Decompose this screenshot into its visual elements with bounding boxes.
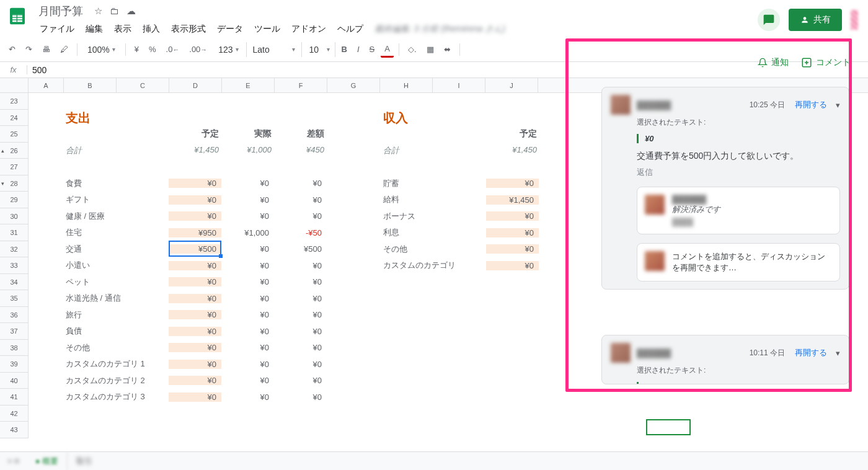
cell[interactable]: ¥0: [169, 179, 221, 188]
cell[interactable]: ¥0: [221, 277, 274, 286]
row-header[interactable]: 38: [0, 340, 28, 357]
row-header[interactable]: 40: [0, 373, 28, 389]
currency-button[interactable]: ¥: [131, 42, 143, 56]
cell[interactable]: ¥0: [169, 360, 221, 369]
cell[interactable]: ¥0: [274, 376, 327, 385]
cell[interactable]: ¥0: [221, 392, 274, 402]
print-icon[interactable]: 🖶: [38, 42, 54, 56]
more-icon[interactable]: ▾: [836, 100, 840, 110]
column-header[interactable]: E: [222, 78, 275, 92]
more-formats-dropdown[interactable]: 123▾: [213, 42, 243, 57]
cloud-status-icon[interactable]: ☁: [126, 6, 136, 17]
redo-icon[interactable]: ↷: [22, 42, 36, 56]
cell[interactable]: ¥0: [169, 277, 221, 286]
account-avatar[interactable]: [851, 10, 858, 30]
cell[interactable]: ¥0: [274, 360, 327, 369]
reopen-link[interactable]: 再開する: [795, 99, 827, 110]
row-header[interactable]: 25: [0, 126, 28, 143]
comment-reply-hint[interactable]: コメントを追加すると、ディスカッションを再開できます…: [637, 243, 840, 282]
cell[interactable]: ¥0: [274, 327, 327, 336]
menu-tools[interactable]: ツール: [249, 21, 285, 37]
cell[interactable]: ¥0: [486, 261, 539, 270]
share-button[interactable]: 共有: [789, 9, 842, 31]
cell[interactable]: ¥0: [274, 179, 327, 188]
cell[interactable]: ¥0: [169, 310, 221, 319]
cell[interactable]: ¥500: [274, 244, 327, 254]
cell[interactable]: ¥0: [221, 343, 274, 352]
cell[interactable]: -¥50: [274, 228, 327, 237]
increase-decimal-icon[interactable]: .00→: [185, 42, 211, 56]
document-title[interactable]: 月間予算: [35, 3, 87, 19]
row-header[interactable]: 30: [0, 208, 28, 225]
last-edit-info[interactable]: 最終編集: 3 分前 (themirena さん): [370, 21, 510, 37]
menu-edit[interactable]: 編集: [81, 21, 108, 37]
reply-link[interactable]: 返信: [637, 167, 840, 178]
cell[interactable]: ¥1,000: [221, 228, 274, 237]
row-header[interactable]: 35: [0, 290, 28, 307]
cell[interactable]: ¥0: [221, 261, 274, 270]
cell[interactable]: ¥0: [274, 343, 327, 352]
row-header[interactable]: 32: [0, 241, 28, 258]
row-header[interactable]: 34: [0, 274, 28, 291]
column-header[interactable]: H: [380, 78, 433, 92]
cell[interactable]: ¥0: [274, 261, 327, 270]
cell[interactable]: ¥0: [169, 392, 221, 402]
cell[interactable]: ¥0: [274, 310, 327, 319]
row-header[interactable]: 41: [0, 389, 28, 406]
row-header[interactable]: 24: [0, 110, 28, 126]
row-header[interactable]: 43: [0, 422, 28, 438]
cell[interactable]: ¥0: [221, 376, 274, 385]
formula-input[interactable]: 500: [27, 65, 868, 75]
column-header[interactable]: B: [64, 78, 117, 92]
cell[interactable]: ¥0: [169, 195, 221, 205]
comment-card[interactable]: ██████ 10:25 今日 再開する ▾ 選択されたテキスト: ¥0 交通費…: [601, 87, 849, 290]
add-comment-button[interactable]: コメント: [801, 57, 851, 68]
cell[interactable]: ¥500: [169, 244, 221, 254]
cell[interactable]: ¥0: [221, 211, 274, 221]
cell[interactable]: ¥0: [221, 327, 274, 336]
comment-card[interactable]: ██████ 10:11 今日 再開する ▾ 選択されたテキスト: ¥0: [601, 335, 849, 384]
column-header[interactable]: D: [169, 78, 222, 92]
sheets-logo-icon[interactable]: [5, 4, 30, 29]
row-header[interactable]: 39: [0, 356, 28, 373]
fill-color-icon[interactable]: ◇.: [404, 42, 420, 56]
cell[interactable]: ¥0: [274, 211, 327, 221]
cell[interactable]: ¥0: [221, 244, 274, 254]
row-header[interactable]: 33: [0, 257, 28, 274]
row-header[interactable]: 29: [0, 192, 28, 208]
menu-format[interactable]: 表示形式: [166, 21, 211, 37]
cell[interactable]: ¥0: [486, 244, 539, 254]
percent-button[interactable]: %: [145, 42, 160, 56]
undo-icon[interactable]: ↶: [5, 42, 19, 56]
sheet-tab[interactable]: 取引: [68, 452, 101, 471]
notifications-button[interactable]: 通知: [758, 57, 789, 68]
column-header[interactable]: C: [117, 78, 169, 92]
cell[interactable]: ¥0: [274, 195, 327, 205]
menu-addons[interactable]: アドオン: [286, 21, 331, 37]
sheet-tab-active[interactable]: ● 概要: [27, 452, 68, 471]
menu-file[interactable]: ファイル: [35, 21, 79, 37]
sheet-nav[interactable]: + ≡: [0, 456, 27, 466]
zoom-dropdown[interactable]: 100%▾: [82, 42, 120, 57]
cell[interactable]: ¥0: [486, 179, 539, 188]
cell[interactable]: ¥0: [486, 211, 539, 221]
merge-cells-icon[interactable]: ⬌: [440, 42, 454, 56]
cell[interactable]: ¥0: [274, 392, 327, 402]
menu-view[interactable]: 表示: [109, 21, 136, 37]
column-header[interactable]: J: [485, 78, 538, 92]
cell[interactable]: ¥950: [169, 228, 221, 237]
borders-icon[interactable]: ▦: [423, 42, 438, 56]
row-header[interactable]: 42: [0, 406, 28, 422]
comment-history-button[interactable]: [758, 9, 780, 31]
cell[interactable]: ¥0: [169, 261, 221, 270]
cell[interactable]: ¥0: [221, 294, 274, 303]
row-header[interactable]: 27: [0, 159, 28, 175]
column-header[interactable]: G: [327, 78, 380, 92]
decrease-decimal-icon[interactable]: .0←: [162, 42, 184, 56]
row-header[interactable]: 26▴: [0, 143, 28, 159]
select-all-corner[interactable]: [0, 78, 29, 92]
row-header[interactable]: 36: [0, 307, 28, 324]
reopen-link[interactable]: 再開する: [795, 347, 827, 358]
bold-icon[interactable]: B: [338, 42, 351, 56]
row-header[interactable]: 28▾: [0, 175, 28, 192]
